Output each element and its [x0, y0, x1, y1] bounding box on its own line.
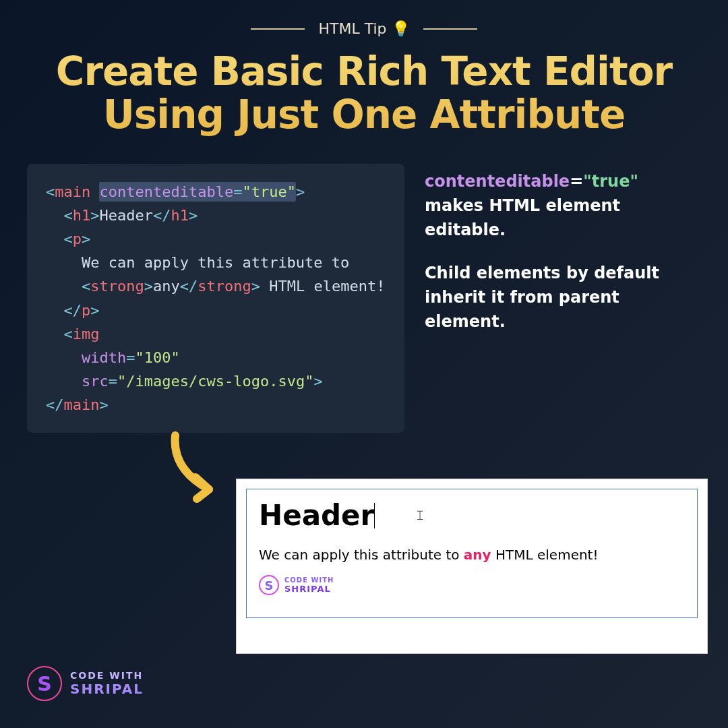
logo-text-2: SHRIPAL [70, 681, 144, 697]
logo-text-2: SHRIPAL [284, 584, 334, 594]
brand-logo: S CODE WITH SHRIPAL [27, 666, 144, 701]
logo-small: S CODE WITH SHRIPAL [259, 575, 685, 595]
divider-line [423, 28, 477, 30]
lightbulb-icon: 💡 [392, 20, 410, 37]
divider-line [251, 28, 305, 30]
editable-region[interactable]: Header𝙸 We can apply this attribute to a… [246, 489, 698, 618]
ibeam-cursor-icon: 𝙸 [415, 507, 425, 523]
logo-text-1: CODE WITH [70, 670, 144, 681]
preview-paragraph[interactable]: We can apply this attribute to any HTML … [259, 547, 685, 563]
explanation-text: contenteditable="true" makes HTML elemen… [425, 164, 701, 353]
header-tag-text: HTML Tip 💡 [318, 20, 409, 37]
header-tag-row: HTML Tip 💡 [0, 0, 728, 37]
preview-header[interactable]: Header [259, 499, 374, 532]
text-cursor [374, 503, 375, 528]
arrow-icon [162, 429, 243, 510]
logo-circle-icon: S [259, 575, 279, 595]
logo-text-1: CODE WITH [284, 576, 334, 584]
code-snippet: <main contenteditable="true"> <h1>Header… [27, 164, 404, 433]
logo-circle-icon: S [27, 666, 62, 701]
page-title: Create Basic Rich Text EditorUsing Just … [0, 51, 728, 137]
browser-preview: Header𝙸 We can apply this attribute to a… [236, 479, 708, 654]
